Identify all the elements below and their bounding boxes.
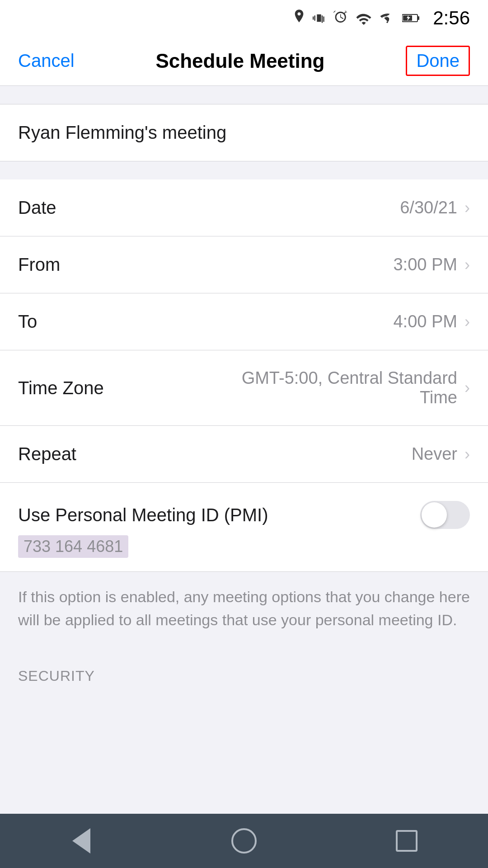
to-value: 4:00 PM: [393, 312, 457, 331]
repeat-label: Repeat: [18, 444, 76, 464]
timezone-value: GMT-5:00, Central Standard Time: [204, 368, 457, 407]
form-section: Date 6/30/21 › From 3:00 PM › To 4:00 PM…: [0, 179, 488, 482]
description-section: If this option is enabled, any meeting o…: [0, 572, 488, 654]
repeat-chevron-icon: ›: [465, 445, 470, 464]
from-chevron-icon: ›: [465, 255, 470, 274]
timezone-chevron-icon: ›: [465, 378, 470, 397]
to-value-wrap: 4:00 PM ›: [393, 312, 470, 331]
svg-rect-1: [418, 16, 419, 20]
pmi-description-text: If this option is enabled, any meeting o…: [18, 585, 470, 632]
status-time: 2:56: [433, 7, 470, 29]
back-icon: [72, 828, 90, 854]
status-bar: 2:56: [0, 0, 488, 36]
repeat-value: Never: [412, 444, 457, 464]
from-label: From: [18, 255, 60, 275]
pmi-section: Use Personal Meeting ID (PMI) 733 164 46…: [0, 482, 488, 572]
repeat-value-wrap: Never ›: [412, 444, 470, 464]
top-separator: [0, 86, 488, 104]
meeting-name-section[interactable]: [0, 104, 488, 161]
pmi-toggle[interactable]: [420, 501, 470, 529]
timezone-row[interactable]: Time Zone GMT-5:00, Central Standard Tim…: [0, 350, 488, 426]
date-chevron-icon: ›: [465, 198, 470, 217]
home-nav-button[interactable]: [226, 823, 262, 859]
date-value: 6/30/21: [400, 198, 457, 217]
security-section: SECURITY: [0, 654, 488, 693]
home-icon: [231, 828, 257, 854]
bottom-nav-bar: [0, 814, 488, 868]
repeat-row[interactable]: Repeat Never ›: [0, 426, 488, 482]
from-value: 3:00 PM: [393, 255, 457, 274]
from-row[interactable]: From 3:00 PM ›: [0, 236, 488, 293]
back-nav-button[interactable]: [63, 823, 99, 859]
date-value-wrap: 6/30/21 ›: [400, 198, 470, 217]
status-icons: [293, 9, 420, 27]
wifi-icon: [355, 11, 372, 25]
from-value-wrap: 3:00 PM ›: [393, 255, 470, 274]
done-button[interactable]: Done: [406, 46, 470, 76]
vibrate-icon: [313, 9, 325, 27]
pmi-label: Use Personal Meeting ID (PMI): [18, 505, 268, 525]
timezone-label: Time Zone: [18, 378, 104, 398]
pmi-number: 733 164 4681: [18, 535, 128, 558]
cancel-button[interactable]: Cancel: [18, 51, 75, 71]
to-row[interactable]: To 4:00 PM ›: [0, 293, 488, 350]
to-label: To: [18, 311, 37, 332]
alarm-icon: [333, 10, 348, 26]
nav-bar: Cancel Schedule Meeting Done: [0, 36, 488, 86]
page-title: Schedule Meeting: [155, 50, 324, 72]
location-icon: [293, 9, 305, 27]
middle-separator: [0, 161, 488, 179]
toggle-knob: [422, 502, 447, 528]
pmi-row: Use Personal Meeting ID (PMI): [18, 501, 470, 529]
meeting-name-input[interactable]: [18, 123, 470, 143]
recents-nav-button[interactable]: [389, 823, 425, 859]
signal-icon: [380, 10, 395, 26]
date-label: Date: [18, 198, 56, 218]
to-chevron-icon: ›: [465, 312, 470, 331]
security-header: SECURITY: [18, 668, 95, 684]
timezone-value-wrap: GMT-5:00, Central Standard Time ›: [204, 368, 470, 407]
recents-icon: [396, 830, 418, 852]
date-row[interactable]: Date 6/30/21 ›: [0, 179, 488, 236]
battery-icon: [402, 12, 420, 24]
